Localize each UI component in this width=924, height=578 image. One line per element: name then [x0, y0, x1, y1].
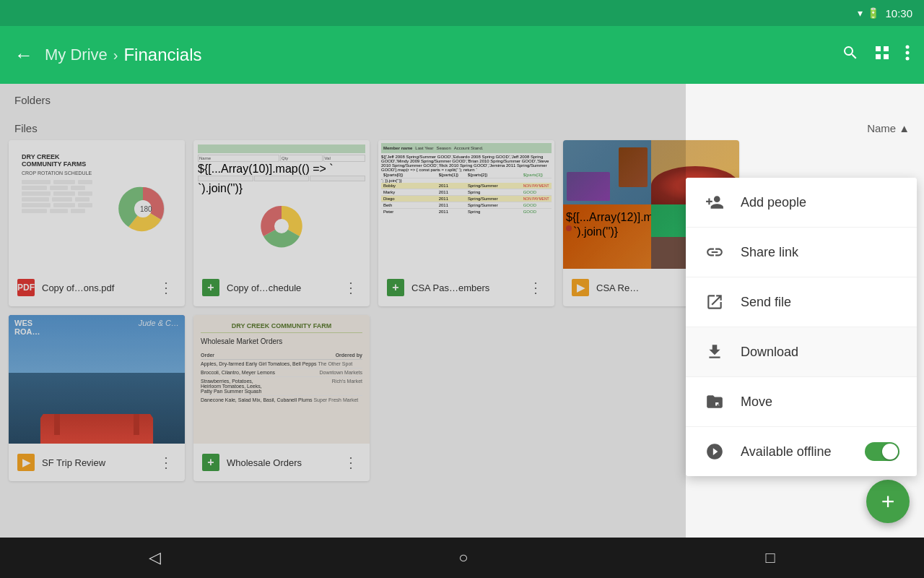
- svg-point-1: [906, 51, 910, 55]
- breadcrumb-separator: ›: [113, 47, 118, 64]
- fab-add-button[interactable]: +: [866, 480, 910, 523]
- nav-back-icon: ◁: [149, 548, 161, 566]
- menu-overlay[interactable]: [0, 84, 686, 538]
- link-icon: [703, 241, 726, 264]
- menu-label-available-offline: Available offline: [741, 444, 850, 460]
- back-button[interactable]: ←: [14, 44, 33, 66]
- top-bar-actions: [842, 44, 910, 66]
- menu-item-share-link[interactable]: Share link: [686, 228, 917, 277]
- folder-move-icon: [703, 390, 726, 413]
- status-time: 10:30: [885, 7, 912, 20]
- fab-icon: +: [881, 488, 895, 515]
- person-add-icon: [703, 191, 726, 214]
- top-bar: ← My Drive › Financials: [0, 26, 924, 84]
- nav-home-icon: ○: [458, 548, 468, 566]
- sort-direction: ▲: [899, 122, 910, 134]
- overflow-menu-button[interactable]: [905, 44, 910, 66]
- menu-item-move[interactable]: Move: [686, 377, 917, 427]
- menu-item-send-file[interactable]: Send file: [686, 277, 917, 327]
- offline-toggle[interactable]: [865, 442, 899, 461]
- menu-label-move: Move: [741, 394, 899, 410]
- grid-view-button[interactable]: [873, 44, 891, 66]
- nav-recents-button[interactable]: □: [766, 548, 775, 567]
- nav-bar: ◁ ○ □: [0, 538, 924, 578]
- sort-name: Name: [867, 122, 896, 134]
- breadcrumb-current: Financials: [123, 45, 201, 65]
- offline-icon: [703, 440, 726, 463]
- menu-item-download[interactable]: Download: [686, 327, 917, 377]
- context-menu: Add people Share link Send file Download: [686, 178, 917, 476]
- main-content: Folders Files Name ▲ DRY CREEKCOMMUNITY …: [0, 84, 924, 538]
- menu-label-add-people: Add people: [741, 195, 899, 210]
- menu-label-share-link: Share link: [741, 245, 899, 260]
- sort-control[interactable]: Name ▲: [867, 122, 910, 134]
- wifi-icon: ▾: [858, 7, 863, 19]
- nav-recents-icon: □: [766, 548, 775, 566]
- svg-point-2: [906, 57, 910, 61]
- menu-label-download: Download: [741, 345, 899, 360]
- breadcrumb: My Drive › Financials: [45, 45, 830, 65]
- back-icon: ←: [14, 44, 33, 66]
- menu-item-available-offline[interactable]: Available offline: [686, 427, 917, 476]
- nav-back-button[interactable]: ◁: [149, 548, 161, 567]
- search-button[interactable]: [842, 44, 859, 66]
- menu-label-send-file: Send file: [741, 295, 899, 310]
- svg-point-0: [906, 46, 910, 49]
- send-icon: [703, 290, 726, 314]
- toggle-knob: [882, 444, 898, 460]
- status-icons: ▾ 🔋: [858, 7, 879, 19]
- breadcrumb-parent[interactable]: My Drive: [45, 46, 108, 64]
- battery-icon: 🔋: [867, 7, 879, 19]
- nav-home-button[interactable]: ○: [458, 548, 468, 567]
- status-bar: ▾ 🔋 10:30: [0, 0, 924, 26]
- download-icon: [703, 340, 726, 363]
- menu-item-add-people[interactable]: Add people: [686, 178, 917, 228]
